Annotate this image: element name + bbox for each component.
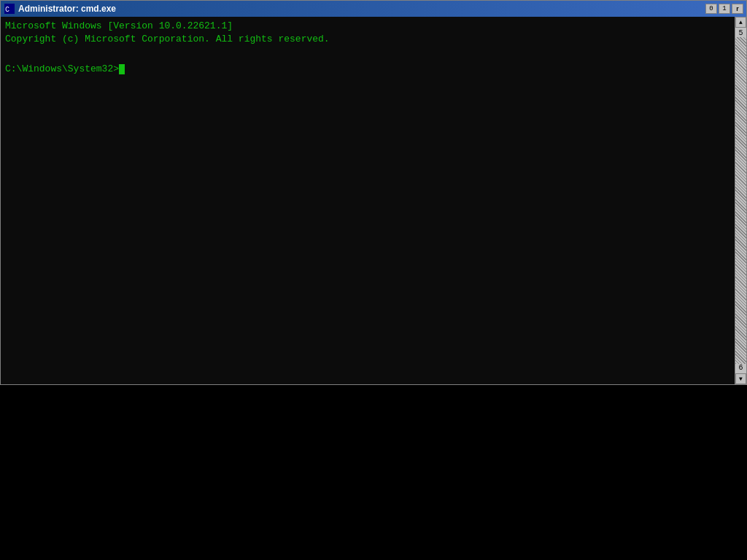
scrollbar-right[interactable]: ▲ 5 6 ▼ [735,17,746,384]
scroll-track[interactable] [735,37,746,364]
close-button[interactable]: r [732,4,743,14]
scroll-down-button[interactable]: ▼ [735,373,746,384]
scroll-top-num: 5 [738,29,743,37]
scroll-num-1[interactable]: 1 [719,4,730,14]
terminal-prompt-line[interactable]: C:\Windows\System32> [5,63,719,76]
scroll-up-button[interactable]: ▲ [735,17,746,28]
scroll-num-0[interactable]: 0 [705,4,717,14]
title-bar-controls: 0 1 r [705,4,743,14]
scroll-up-icon: ▲ [739,19,743,26]
desktop: C Administrator: cmd.exe 0 1 r Microsoft… [0,0,747,560]
terminal-cursor [119,64,125,74]
svg-text:C: C [5,6,9,14]
terminal-prompt: C:\Windows\System32> [5,63,119,76]
cmd-icon: C [4,3,15,15]
scroll-bottom-num: 6 [738,364,743,372]
terminal-line-3 [5,46,719,59]
terminal-line-1: Microsoft Windows [Version 10.0.22621.1] [5,20,719,33]
title-bar: C Administrator: cmd.exe 0 1 r [1,1,746,17]
terminal-line-2: Copyright (c) Microsoft Corporation. All… [5,33,719,46]
terminal-body[interactable]: Microsoft Windows [Version 10.0.22621.1]… [1,17,735,384]
title-bar-left: C Administrator: cmd.exe [4,3,116,15]
cmd-window: C Administrator: cmd.exe 0 1 r Microsoft… [0,0,747,385]
scroll-down-icon: ▼ [739,376,743,382]
window-title: Administrator: cmd.exe [18,4,116,14]
